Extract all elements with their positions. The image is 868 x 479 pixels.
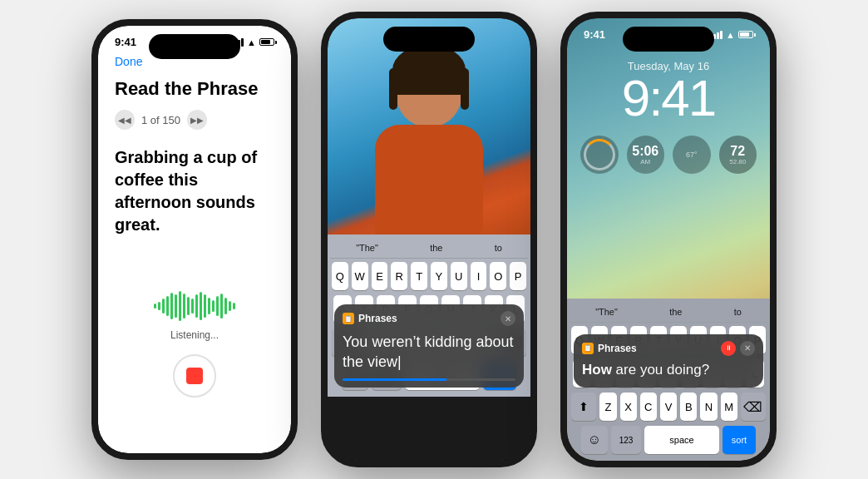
next-button[interactable]: ▶▶	[187, 110, 207, 130]
widget-time2: 5:06 AM	[627, 136, 665, 174]
popup-text-2: You weren’t kidding about the view	[334, 329, 524, 378]
shift-key-3[interactable]: ⬆	[571, 393, 596, 421]
key-W-2[interactable]: W	[352, 262, 368, 290]
lockscreen-widgets: 5:06 AM 67° 72 52.80	[567, 136, 770, 174]
waveform-visual	[154, 289, 235, 323]
popup-header-3: 📋 Phrases ⏸ ✕	[574, 334, 763, 359]
widget-temp: 72 52.80	[719, 136, 757, 174]
lockscreen-bg: 9:41 ▲ Tuesday, May 16 9:	[567, 18, 770, 461]
battery-icon-1	[259, 38, 274, 46]
key-V-3[interactable]: V	[660, 393, 677, 421]
widget-misc: 67°	[673, 136, 711, 174]
popup-controls-3: ⏸ ✕	[721, 341, 755, 356]
popup-title-2: Phrases	[358, 313, 397, 324]
key-row-1-2: Q W E R T Y U I O P	[332, 262, 526, 290]
counter-row: ◀◀ 1 of 150 ▶▶	[98, 110, 291, 146]
send-key-3[interactable]: sort	[723, 426, 756, 454]
space-key-3[interactable]: space	[644, 426, 719, 454]
status-icons-3: ▲	[710, 30, 753, 40]
predictive-row-3: "The" the to	[570, 302, 767, 323]
progress-fill-2	[343, 378, 446, 381]
dynamic-island-2	[383, 27, 475, 52]
phrases-popup-2: 📋 Phrases ✕ You weren’t kidding about th…	[334, 304, 524, 388]
popup-title-row-3: 📋 Phrases	[582, 343, 637, 354]
emoji-key-3[interactable]: ☺	[581, 426, 608, 454]
pred-word-3-1[interactable]: "The"	[589, 305, 624, 319]
phrase-text: Grabbing a cup of coffee this afternoon …	[98, 146, 291, 253]
record-button[interactable]	[173, 354, 216, 398]
popup-close-button-3[interactable]: ✕	[740, 341, 755, 356]
key-Q-2[interactable]: Q	[332, 262, 348, 290]
status-time-3: 9:41	[584, 28, 605, 41]
waveform-area: Listening...	[98, 253, 291, 453]
key-P-2[interactable]: P	[510, 262, 526, 290]
phrases-popup-3: 📋 Phrases ⏸ ✕ How are you doing?	[574, 334, 763, 388]
phone-3: 9:41 ▲ Tuesday, May 16 9:	[560, 12, 777, 467]
key-row-4-3: ☺ 123 space sort	[571, 426, 766, 454]
predictive-row-2: "The" the to	[330, 238, 528, 259]
person-body	[375, 125, 483, 235]
status-time-1: 9:41	[115, 36, 136, 48]
pred-word-3[interactable]: to	[488, 241, 509, 254]
wifi-icon-1: ▲	[247, 37, 256, 47]
key-row-3-3: ⬆ Z X C V B N M ⌫	[571, 393, 766, 421]
wifi-icon-3: ▲	[726, 30, 735, 40]
person-head	[396, 52, 462, 126]
key-R-2[interactable]: R	[391, 262, 407, 290]
popup-title-3: Phrases	[598, 343, 637, 354]
widget-activity	[580, 136, 619, 174]
read-phrase-title: Read the Phrase	[98, 72, 291, 110]
popup-close-button-2[interactable]: ✕	[501, 311, 515, 326]
person-hair	[392, 45, 466, 95]
phrases-icon-2: 📋	[343, 313, 354, 324]
key-Z-3[interactable]: Z	[599, 393, 616, 421]
key-C-3[interactable]: C	[640, 393, 657, 421]
pred-word-2[interactable]: the	[423, 241, 449, 254]
phone-1: 9:41 ▲ Done Read the Phrase	[91, 19, 298, 460]
key-E-2[interactable]: E	[372, 262, 388, 290]
pause-button-3[interactable]: ⏸	[721, 341, 736, 356]
stop-icon	[186, 368, 203, 384]
phone-2: 📋 Phrases ✕ You weren’t kidding about th…	[321, 12, 537, 467]
lockscreen-clock: 9:41	[567, 72, 770, 124]
person-silhouette	[362, 43, 496, 235]
dynamic-island-3	[623, 27, 714, 52]
key-T-2[interactable]: T	[411, 262, 427, 290]
key-U-2[interactable]: U	[451, 262, 467, 290]
popup-text-3: How are you doing?	[574, 359, 763, 388]
num-key-3[interactable]: 123	[611, 426, 641, 454]
person-hair-right	[461, 68, 469, 110]
popup-header-2: 📋 Phrases ✕	[334, 304, 524, 329]
phrases-icon-3: 📋	[582, 343, 594, 354]
person-hair-left	[389, 68, 397, 110]
popup-text-rest-3: are you doing?	[612, 362, 709, 378]
key-O-2[interactable]: O	[490, 262, 506, 290]
dynamic-island-1	[149, 34, 240, 59]
activity-ring-icon	[584, 139, 615, 170]
popup-text-bold-3: How	[582, 362, 612, 378]
prev-button[interactable]: ◀◀	[115, 110, 135, 130]
pred-word-3-2[interactable]: the	[663, 305, 688, 319]
key-M-3[interactable]: M	[721, 393, 737, 421]
battery-icon-3	[738, 31, 753, 38]
pred-word-3-3[interactable]: to	[727, 305, 748, 319]
key-B-3[interactable]: B	[680, 393, 697, 421]
pred-word-1[interactable]: "The"	[349, 241, 385, 254]
progress-bar-2	[343, 378, 515, 381]
key-X-3[interactable]: X	[620, 393, 637, 421]
popup-title-row-2: 📋 Phrases	[343, 313, 397, 324]
delete-key-3[interactable]: ⌫	[741, 393, 766, 421]
phone1-content: 9:41 ▲ Done Read the Phrase	[98, 26, 291, 453]
listening-text: Listening...	[170, 329, 219, 341]
key-I-2[interactable]: I	[471, 262, 487, 290]
key-Y-2[interactable]: Y	[431, 262, 447, 290]
lockscreen-date: Tuesday, May 16	[567, 60, 770, 72]
key-N-3[interactable]: N	[700, 393, 717, 421]
counter-text: 1 of 150	[141, 114, 180, 126]
